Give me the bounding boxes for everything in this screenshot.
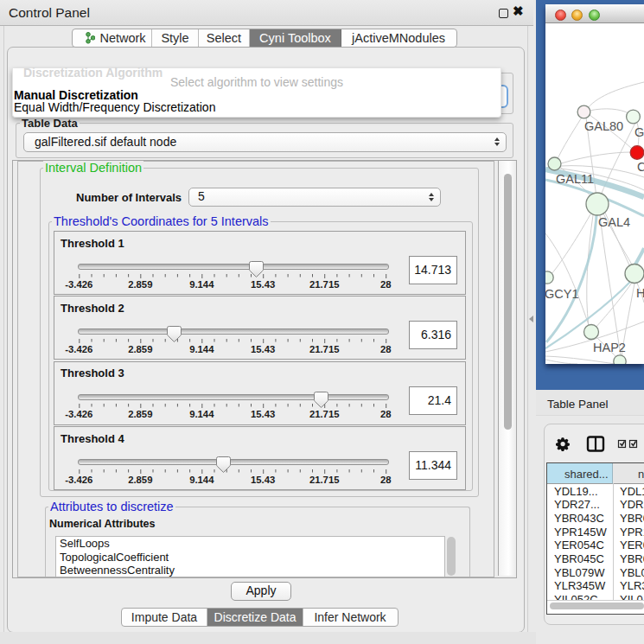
- svg-text:GAL4: GAL4: [598, 215, 630, 229]
- svg-text:GAL11: GAL11: [556, 172, 594, 186]
- svg-text:GCY1: GCY1: [545, 287, 579, 301]
- svg-text:C: C: [637, 160, 644, 174]
- svg-text:GA: GA: [634, 125, 644, 139]
- svg-text:HAP2: HAP2: [593, 341, 626, 354]
- svg-text:H: H: [636, 286, 644, 300]
- svg-text:GAL80: GAL80: [584, 119, 623, 133]
